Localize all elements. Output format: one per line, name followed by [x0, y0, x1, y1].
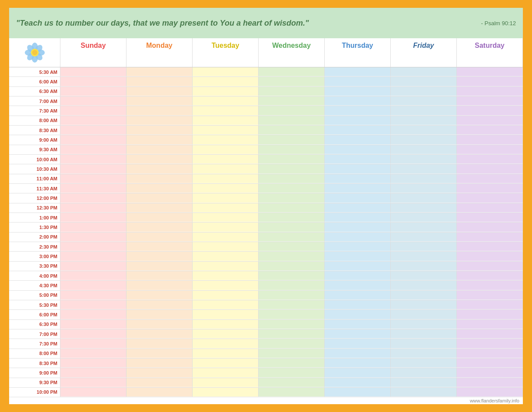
cell-saturday[interactable] [457, 145, 523, 154]
cell-sunday[interactable] [60, 262, 126, 271]
cell-tuesday[interactable] [193, 329, 259, 339]
cell-monday[interactable] [126, 213, 193, 222]
cell-saturday[interactable] [457, 310, 523, 319]
cell-sunday[interactable] [60, 242, 126, 251]
cell-saturday[interactable] [457, 223, 523, 232]
cell-friday[interactable] [391, 126, 457, 135]
cell-wednesday[interactable] [259, 174, 325, 183]
cell-wednesday[interactable] [259, 135, 325, 144]
cell-wednesday[interactable] [259, 242, 325, 251]
cell-friday[interactable] [391, 388, 457, 397]
cell-thursday[interactable] [325, 87, 391, 96]
cell-tuesday[interactable] [193, 291, 259, 300]
cell-wednesday[interactable] [259, 116, 325, 125]
cell-friday[interactable] [391, 271, 457, 280]
cell-wednesday[interactable] [259, 329, 325, 339]
cell-monday[interactable] [126, 184, 193, 193]
cell-thursday[interactable] [325, 388, 391, 397]
cell-sunday[interactable] [60, 339, 126, 348]
cell-sunday[interactable] [60, 96, 126, 106]
cell-friday[interactable] [391, 96, 457, 106]
cell-monday[interactable] [126, 349, 193, 358]
cell-thursday[interactable] [325, 281, 391, 290]
cell-thursday[interactable] [325, 252, 391, 261]
cell-thursday[interactable] [325, 135, 391, 144]
cell-monday[interactable] [126, 329, 193, 339]
cell-monday[interactable] [126, 155, 193, 164]
cell-wednesday[interactable] [259, 233, 325, 242]
cell-monday[interactable] [126, 116, 193, 125]
cell-monday[interactable] [126, 339, 193, 348]
cell-monday[interactable] [126, 174, 193, 183]
cell-thursday[interactable] [325, 116, 391, 125]
cell-saturday[interactable] [457, 135, 523, 144]
cell-tuesday[interactable] [193, 116, 259, 125]
cell-friday[interactable] [391, 164, 457, 173]
cell-wednesday[interactable] [259, 77, 325, 86]
cell-thursday[interactable] [325, 164, 391, 173]
cell-thursday[interactable] [325, 310, 391, 319]
cell-monday[interactable] [126, 193, 193, 203]
cell-thursday[interactable] [325, 174, 391, 183]
cell-wednesday[interactable] [259, 145, 325, 154]
cell-wednesday[interactable] [259, 320, 325, 329]
cell-saturday[interactable] [457, 213, 523, 222]
cell-sunday[interactable] [60, 87, 126, 96]
cell-monday[interactable] [126, 320, 193, 329]
cell-thursday[interactable] [325, 339, 391, 348]
cell-sunday[interactable] [60, 145, 126, 154]
cell-monday[interactable] [126, 262, 193, 271]
cell-wednesday[interactable] [259, 213, 325, 222]
cell-thursday[interactable] [325, 329, 391, 339]
cell-tuesday[interactable] [193, 388, 259, 397]
cell-monday[interactable] [126, 359, 193, 368]
cell-tuesday[interactable] [193, 349, 259, 358]
cell-tuesday[interactable] [193, 271, 259, 280]
cell-sunday[interactable] [60, 213, 126, 222]
cell-tuesday[interactable] [193, 126, 259, 135]
cell-wednesday[interactable] [259, 184, 325, 193]
cell-friday[interactable] [391, 281, 457, 290]
cell-sunday[interactable] [60, 67, 126, 76]
cell-monday[interactable] [126, 300, 193, 309]
cell-sunday[interactable] [60, 300, 126, 309]
cell-wednesday[interactable] [259, 67, 325, 76]
cell-wednesday[interactable] [259, 271, 325, 280]
cell-friday[interactable] [391, 378, 457, 387]
cell-wednesday[interactable] [259, 193, 325, 203]
cell-saturday[interactable] [457, 320, 523, 329]
cell-sunday[interactable] [60, 106, 126, 115]
cell-friday[interactable] [391, 320, 457, 329]
cell-saturday[interactable] [457, 116, 523, 125]
cell-saturday[interactable] [457, 359, 523, 368]
cell-saturday[interactable] [457, 262, 523, 271]
cell-saturday[interactable] [457, 96, 523, 106]
cell-wednesday[interactable] [259, 164, 325, 173]
cell-saturday[interactable] [457, 164, 523, 173]
cell-thursday[interactable] [325, 77, 391, 86]
cell-saturday[interactable] [457, 87, 523, 96]
cell-sunday[interactable] [60, 223, 126, 232]
cell-thursday[interactable] [325, 126, 391, 135]
cell-monday[interactable] [126, 106, 193, 115]
cell-thursday[interactable] [325, 213, 391, 222]
cell-sunday[interactable] [60, 77, 126, 86]
cell-saturday[interactable] [457, 388, 523, 397]
cell-friday[interactable] [391, 135, 457, 144]
cell-tuesday[interactable] [193, 378, 259, 387]
cell-thursday[interactable] [325, 193, 391, 203]
cell-friday[interactable] [391, 155, 457, 164]
cell-sunday[interactable] [60, 193, 126, 203]
cell-friday[interactable] [391, 359, 457, 368]
cell-thursday[interactable] [325, 300, 391, 309]
cell-friday[interactable] [391, 67, 457, 76]
cell-sunday[interactable] [60, 155, 126, 164]
cell-friday[interactable] [391, 233, 457, 242]
cell-tuesday[interactable] [193, 233, 259, 242]
cell-wednesday[interactable] [259, 359, 325, 368]
cell-saturday[interactable] [457, 378, 523, 387]
cell-friday[interactable] [391, 242, 457, 251]
cell-sunday[interactable] [60, 252, 126, 261]
cell-friday[interactable] [391, 213, 457, 222]
cell-friday[interactable] [391, 310, 457, 319]
